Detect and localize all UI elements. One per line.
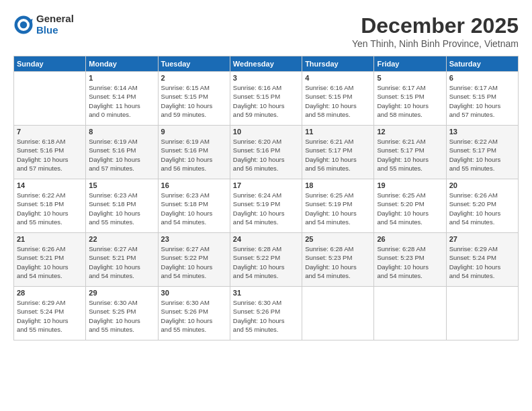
calendar-week-row: 21Sunrise: 6:26 AMSunset: 5:21 PMDayligh… xyxy=(14,233,519,287)
day-number: 3 xyxy=(233,74,299,82)
logo-general-text: General xyxy=(36,13,74,25)
logo-icon xyxy=(13,15,34,35)
day-number: 28 xyxy=(17,289,83,297)
day-info: Sunrise: 6:21 AMSunset: 5:17 PMDaylight:… xyxy=(377,137,443,173)
calendar-cell: 15Sunrise: 6:23 AMSunset: 5:18 PMDayligh… xyxy=(86,179,158,233)
day-number: 18 xyxy=(305,181,371,189)
calendar-cell: 23Sunrise: 6:27 AMSunset: 5:22 PMDayligh… xyxy=(158,233,230,287)
day-number: 14 xyxy=(17,181,83,189)
day-number: 20 xyxy=(449,181,515,189)
day-number: 11 xyxy=(305,128,371,136)
weekday-header-thursday: Thursday xyxy=(302,56,374,72)
weekday-header-row: SundayMondayTuesdayWednesdayThursdayFrid… xyxy=(14,56,519,72)
day-info: Sunrise: 6:22 AMSunset: 5:18 PMDaylight:… xyxy=(17,191,83,226)
day-number: 17 xyxy=(233,181,299,189)
day-number: 21 xyxy=(17,235,83,243)
calendar-table: SundayMondayTuesdayWednesdayThursdayFrid… xyxy=(13,56,519,340)
day-info: Sunrise: 6:28 AMSunset: 5:23 PMDaylight:… xyxy=(305,244,371,280)
calendar-cell: 20Sunrise: 6:26 AMSunset: 5:20 PMDayligh… xyxy=(446,179,518,233)
calendar-cell xyxy=(374,287,446,340)
day-info: Sunrise: 6:27 AMSunset: 5:21 PMDaylight:… xyxy=(89,244,154,280)
day-info: Sunrise: 6:17 AMSunset: 5:15 PMDaylight:… xyxy=(377,83,443,119)
day-info: Sunrise: 6:26 AMSunset: 5:20 PMDaylight:… xyxy=(449,191,515,226)
day-number: 19 xyxy=(377,181,443,189)
day-number: 4 xyxy=(305,74,371,82)
weekday-header-sunday: Sunday xyxy=(14,56,86,72)
calendar-cell: 4Sunrise: 6:16 AMSunset: 5:15 PMDaylight… xyxy=(302,72,374,126)
calendar-week-row: 1Sunrise: 6:14 AMSunset: 5:14 PMDaylight… xyxy=(14,72,519,126)
calendar-week-row: 7Sunrise: 6:18 AMSunset: 5:16 PMDaylight… xyxy=(14,126,519,179)
calendar-cell: 17Sunrise: 6:24 AMSunset: 5:19 PMDayligh… xyxy=(230,179,302,233)
calendar-cell: 14Sunrise: 6:22 AMSunset: 5:18 PMDayligh… xyxy=(14,179,86,233)
calendar-cell: 31Sunrise: 6:30 AMSunset: 5:26 PMDayligh… xyxy=(230,287,302,340)
day-number: 29 xyxy=(89,289,154,297)
day-info: Sunrise: 6:30 AMSunset: 5:26 PMDaylight:… xyxy=(233,298,299,334)
calendar-cell: 11Sunrise: 6:21 AMSunset: 5:17 PMDayligh… xyxy=(302,126,374,179)
calendar-cell: 12Sunrise: 6:21 AMSunset: 5:17 PMDayligh… xyxy=(374,126,446,179)
title-section: December 2025 Yen Thinh, Ninh Binh Provi… xyxy=(352,13,519,49)
day-info: Sunrise: 6:16 AMSunset: 5:15 PMDaylight:… xyxy=(305,83,371,119)
day-info: Sunrise: 6:21 AMSunset: 5:17 PMDaylight:… xyxy=(305,137,371,173)
calendar-header: SundayMondayTuesdayWednesdayThursdayFrid… xyxy=(14,56,519,72)
weekday-header-monday: Monday xyxy=(86,56,158,72)
day-number: 15 xyxy=(89,181,154,189)
calendar-cell: 2Sunrise: 6:15 AMSunset: 5:15 PMDaylight… xyxy=(158,72,230,126)
day-number: 12 xyxy=(377,128,443,136)
day-info: Sunrise: 6:17 AMSunset: 5:15 PMDaylight:… xyxy=(449,83,515,119)
calendar-cell: 16Sunrise: 6:23 AMSunset: 5:18 PMDayligh… xyxy=(158,179,230,233)
calendar-cell: 21Sunrise: 6:26 AMSunset: 5:21 PMDayligh… xyxy=(14,233,86,287)
logo-text: General Blue xyxy=(36,13,74,36)
calendar-cell: 25Sunrise: 6:28 AMSunset: 5:23 PMDayligh… xyxy=(302,233,374,287)
calendar-cell: 13Sunrise: 6:22 AMSunset: 5:17 PMDayligh… xyxy=(446,126,518,179)
day-number: 26 xyxy=(377,235,443,243)
weekday-header-tuesday: Tuesday xyxy=(158,56,230,72)
calendar-cell xyxy=(446,287,518,340)
day-number: 9 xyxy=(161,128,227,136)
weekday-header-friday: Friday xyxy=(374,56,446,72)
day-info: Sunrise: 6:24 AMSunset: 5:19 PMDaylight:… xyxy=(233,191,299,226)
day-info: Sunrise: 6:23 AMSunset: 5:18 PMDaylight:… xyxy=(161,191,227,226)
day-number: 5 xyxy=(377,74,443,82)
day-number: 6 xyxy=(449,74,515,82)
month-title: December 2025 xyxy=(352,13,519,38)
calendar-cell: 22Sunrise: 6:27 AMSunset: 5:21 PMDayligh… xyxy=(86,233,158,287)
calendar-cell xyxy=(14,72,86,126)
calendar-cell: 3Sunrise: 6:16 AMSunset: 5:15 PMDaylight… xyxy=(230,72,302,126)
day-number: 23 xyxy=(161,235,227,243)
calendar-cell: 8Sunrise: 6:19 AMSunset: 5:16 PMDaylight… xyxy=(86,126,158,179)
day-number: 2 xyxy=(161,74,227,82)
logo-blue-text: Blue xyxy=(36,25,74,36)
calendar-cell xyxy=(302,287,374,340)
day-info: Sunrise: 6:28 AMSunset: 5:23 PMDaylight:… xyxy=(377,244,443,280)
calendar-cell: 7Sunrise: 6:18 AMSunset: 5:16 PMDaylight… xyxy=(14,126,86,179)
day-info: Sunrise: 6:15 AMSunset: 5:15 PMDaylight:… xyxy=(161,83,227,119)
day-info: Sunrise: 6:19 AMSunset: 5:16 PMDaylight:… xyxy=(161,137,227,173)
day-number: 7 xyxy=(17,128,83,136)
calendar-cell: 27Sunrise: 6:29 AMSunset: 5:24 PMDayligh… xyxy=(446,233,518,287)
page-header: General Blue December 2025 Yen Thinh, Ni… xyxy=(13,13,519,49)
calendar-cell: 24Sunrise: 6:28 AMSunset: 5:22 PMDayligh… xyxy=(230,233,302,287)
calendar-cell: 6Sunrise: 6:17 AMSunset: 5:15 PMDaylight… xyxy=(446,72,518,126)
day-info: Sunrise: 6:25 AMSunset: 5:20 PMDaylight:… xyxy=(377,191,443,226)
calendar-cell: 10Sunrise: 6:20 AMSunset: 5:16 PMDayligh… xyxy=(230,126,302,179)
svg-point-2 xyxy=(20,21,28,28)
calendar-week-row: 28Sunrise: 6:29 AMSunset: 5:24 PMDayligh… xyxy=(14,287,519,340)
day-info: Sunrise: 6:26 AMSunset: 5:21 PMDaylight:… xyxy=(17,244,83,280)
calendar-cell: 29Sunrise: 6:30 AMSunset: 5:25 PMDayligh… xyxy=(86,287,158,340)
day-info: Sunrise: 6:25 AMSunset: 5:19 PMDaylight:… xyxy=(305,191,371,226)
day-info: Sunrise: 6:29 AMSunset: 5:24 PMDaylight:… xyxy=(17,298,83,334)
day-number: 22 xyxy=(89,235,154,243)
day-number: 24 xyxy=(233,235,299,243)
calendar-week-row: 14Sunrise: 6:22 AMSunset: 5:18 PMDayligh… xyxy=(14,179,519,233)
day-number: 8 xyxy=(89,128,154,136)
location: Yen Thinh, Ninh Binh Province, Vietnam xyxy=(352,38,519,49)
logo: General Blue xyxy=(13,13,74,36)
day-number: 13 xyxy=(449,128,515,136)
calendar-cell: 28Sunrise: 6:29 AMSunset: 5:24 PMDayligh… xyxy=(14,287,86,340)
calendar-cell: 9Sunrise: 6:19 AMSunset: 5:16 PMDaylight… xyxy=(158,126,230,179)
day-info: Sunrise: 6:30 AMSunset: 5:26 PMDaylight:… xyxy=(161,298,227,334)
calendar-cell: 30Sunrise: 6:30 AMSunset: 5:26 PMDayligh… xyxy=(158,287,230,340)
day-info: Sunrise: 6:19 AMSunset: 5:16 PMDaylight:… xyxy=(89,137,154,173)
day-info: Sunrise: 6:30 AMSunset: 5:25 PMDaylight:… xyxy=(89,298,154,334)
day-info: Sunrise: 6:20 AMSunset: 5:16 PMDaylight:… xyxy=(233,137,299,173)
